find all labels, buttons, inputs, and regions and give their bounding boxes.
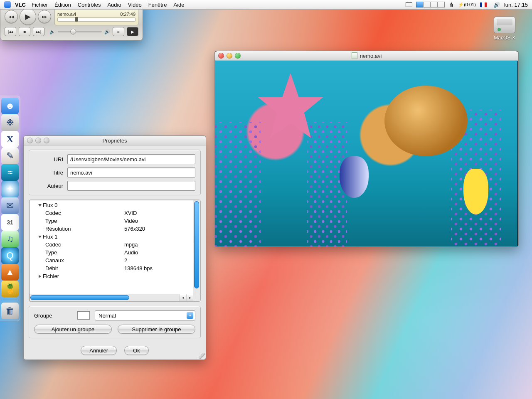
menubar: VLC Fichier Édition Contrôles Audio Vidé…: [0, 0, 532, 10]
fullscreen-button[interactable]: ▶: [127, 27, 138, 36]
label-groupe: Groupe: [34, 313, 72, 319]
resize-grip-icon[interactable]: [199, 353, 205, 359]
dock-dashboard-icon[interactable]: ≈: [1, 164, 19, 181]
label-titre: Titre: [34, 170, 63, 176]
horizontal-scrollbar[interactable]: ◂▸: [30, 294, 193, 301]
label-uri: URI: [34, 156, 63, 163]
close-button[interactable]: [218, 53, 224, 59]
label-auteur: Auteur: [34, 183, 63, 189]
close-button[interactable]: [27, 138, 33, 143]
tray-volume-icon[interactable]: 🔊: [493, 2, 500, 8]
menubar-tray: ⋔ ⚡(0:01) 🔊 lun. 17:15: [406, 1, 528, 8]
volume-slider[interactable]: [58, 31, 102, 32]
stream-flux1[interactable]: Flux 1: [32, 233, 191, 241]
properties-window-title: Propriétés: [49, 138, 180, 144]
stream-row[interactable]: Codec XVID: [32, 209, 191, 217]
volume-low-icon: 🔈: [49, 29, 55, 34]
group-select[interactable]: Normal ▾: [95, 310, 195, 320]
desktop-drive-label: MacOS X: [490, 35, 520, 41]
stream-row[interactable]: Canaux 2: [32, 256, 191, 264]
volume-thumb-icon[interactable]: [70, 29, 76, 34]
stop-button[interactable]: ■: [19, 27, 30, 36]
video-content[interactable]: [215, 61, 517, 246]
document-icon: [352, 52, 357, 59]
stream-flux0[interactable]: Flux 0: [32, 201, 191, 209]
properties-titlebar[interactable]: Propriétés: [24, 136, 206, 145]
stream-row[interactable]: Type Vidéo: [32, 217, 191, 225]
tray-wifi-icon[interactable]: ⋔: [449, 1, 454, 8]
seek-bar[interactable]: [57, 17, 135, 22]
menu-aide[interactable]: Aide: [173, 2, 184, 8]
video-window-title: nemo.avi: [360, 53, 382, 59]
dock: ☻ ❉ X ✎ ≈ ✦ ✉ 31 ♫ Q ▲ 🍍 🗑: [0, 96, 20, 321]
title-field[interactable]: [67, 167, 195, 177]
tray-battery-icon[interactable]: ⚡(0:01): [458, 2, 476, 7]
disclosure-triangle-icon[interactable]: [39, 275, 41, 278]
scroll-left-icon[interactable]: ◂: [179, 294, 186, 301]
tray-spaces-icon[interactable]: [416, 2, 445, 7]
menubar-app-name[interactable]: VLC: [15, 2, 26, 8]
menu-edition[interactable]: Édition: [54, 2, 71, 8]
uri-field[interactable]: [67, 154, 195, 164]
zoom-button[interactable]: [235, 53, 241, 59]
tray-display-icon[interactable]: [406, 2, 412, 7]
minimize-button[interactable]: [227, 53, 232, 59]
properties-window: Propriétés URI Titre Auteur: [23, 135, 206, 360]
cancel-button[interactable]: Annuler: [81, 346, 117, 355]
tray-input-flag-icon[interactable]: [480, 2, 487, 7]
dock-quicktime-icon[interactable]: Q: [1, 247, 19, 264]
dock-ical-icon[interactable]: 31: [1, 214, 19, 231]
desktop-drive[interactable]: MacOS X: [490, 17, 520, 41]
dock-x11-icon[interactable]: X: [1, 131, 19, 148]
playback-time: 0:27:49: [120, 12, 135, 17]
disclosure-triangle-icon[interactable]: [38, 236, 42, 238]
rewind-button[interactable]: ◂◂: [5, 10, 18, 23]
play-button[interactable]: ▶: [20, 8, 36, 25]
dock-mail-icon[interactable]: ✉: [1, 197, 19, 214]
playlist-button[interactable]: ≡: [113, 27, 124, 36]
fast-forward-button[interactable]: ▸▸: [38, 10, 51, 23]
prev-track-button[interactable]: |◂◂: [5, 27, 16, 36]
streams-table: Flux 0 Codec XVID Type Vidéo Résolution …: [29, 200, 200, 301]
tray-clock[interactable]: lun. 17:15: [504, 2, 528, 8]
menu-controles[interactable]: Contrôles: [78, 2, 101, 8]
video-window: nemo.avi: [214, 51, 519, 247]
ok-button[interactable]: Ok: [124, 346, 149, 355]
now-playing-title: nemo.avi: [57, 12, 76, 17]
stream-row[interactable]: Débit 138648 bps: [32, 264, 191, 272]
dock-trash-icon[interactable]: 🗑: [1, 303, 19, 319]
controller-lcd: nemo.avi 0:27:49: [54, 8, 138, 25]
add-group-button[interactable]: Ajouter un groupe: [34, 325, 112, 334]
vertical-scrollbar[interactable]: [193, 200, 200, 294]
scroll-right-icon[interactable]: ▸: [186, 294, 193, 301]
dock-vlc-icon[interactable]: ▲: [1, 264, 19, 281]
apple-menu-icon[interactable]: [4, 1, 11, 8]
video-window-titlebar[interactable]: nemo.avi: [215, 51, 518, 61]
menu-video[interactable]: Vidéo: [128, 2, 142, 8]
author-field[interactable]: [67, 181, 195, 191]
seek-thumb-icon[interactable]: [75, 17, 78, 22]
stream-row[interactable]: Codec mpga: [32, 241, 191, 249]
dock-textedit-icon[interactable]: ✎: [1, 148, 19, 164]
dock-safari-icon[interactable]: ✦: [1, 181, 19, 197]
hard-drive-icon: [494, 17, 515, 33]
chevron-down-icon: ▾: [187, 312, 193, 319]
disclosure-triangle-icon[interactable]: [38, 204, 42, 207]
dock-itunes-icon[interactable]: ♫: [1, 231, 19, 247]
stream-fichier[interactable]: Fichier: [32, 272, 191, 280]
properties-group-controls: Groupe Normal ▾ Ajouter un groupe Suppri…: [29, 306, 201, 338]
delete-group-button[interactable]: Supprimer le groupe: [118, 325, 195, 334]
stream-row[interactable]: Type Audio: [32, 249, 191, 256]
dock-handbrake-icon[interactable]: 🍍: [1, 281, 19, 297]
dock-separator: [3, 300, 17, 300]
dock-finder-icon[interactable]: ☻: [1, 98, 19, 114]
dock-system-prefs-icon[interactable]: ❉: [1, 114, 19, 131]
menu-fenetre[interactable]: Fenêtre: [148, 2, 167, 8]
stream-row[interactable]: Résolution 576x320: [32, 225, 191, 233]
zoom-button[interactable]: [44, 138, 49, 143]
menu-fichier[interactable]: Fichier: [32, 2, 48, 8]
minimize-button[interactable]: [35, 138, 41, 143]
next-track-button[interactable]: ▸▸|: [33, 27, 44, 36]
menu-audio[interactable]: Audio: [107, 2, 121, 8]
group-color-swatch[interactable]: [77, 311, 90, 320]
